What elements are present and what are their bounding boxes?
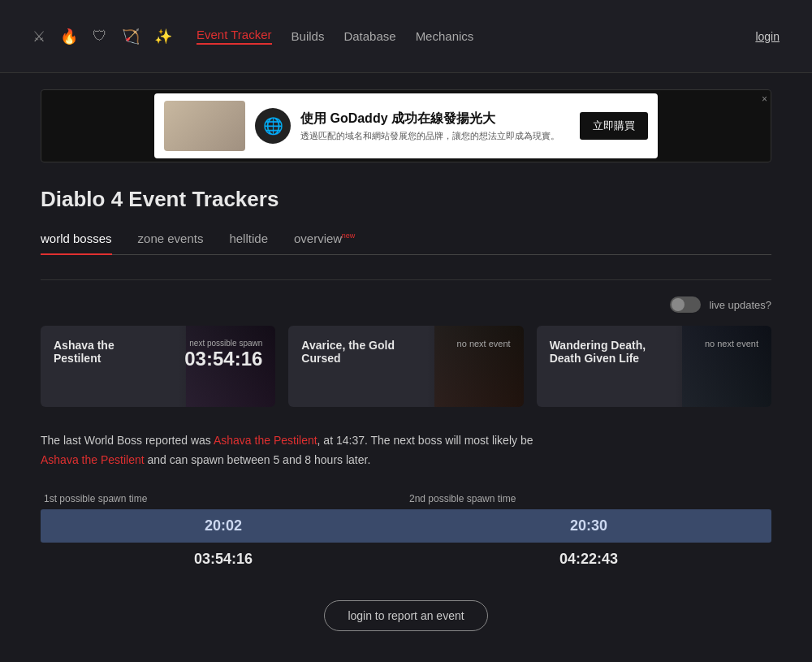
spawn-time-2: 20:30 — [406, 509, 771, 543]
boss-spawn-label-1: next possible spawn — [184, 339, 262, 348]
spawn-countdown-2: 04:22:43 — [406, 543, 771, 576]
nav-left: ⚔ 🔥 🛡 🏹 ✨ Event Tracker Builds Database … — [32, 28, 473, 45]
info-boss2: Ashava the Pestilent — [41, 453, 145, 466]
page-content: 🌐 使用 GoDaddy 成功在線發揚光大 透過匹配的域名和網站發展您的品牌，讓… — [16, 73, 796, 647]
boss-no-event-2: no next event — [457, 339, 511, 348]
boss-name-3: Wandering Death, Death Given Life — [550, 339, 655, 365]
tab-helltide[interactable]: helltide — [229, 231, 268, 254]
spawn-times-row: 20:02 20:30 — [41, 509, 771, 543]
top-navigation: ⚔ 🔥 🛡 🏹 ✨ Event Tracker Builds Database … — [0, 0, 812, 73]
spawn-table-header: 1st possible spawn time 2nd possible spa… — [41, 493, 771, 509]
toggle-knob — [672, 298, 685, 311]
event-tabs: world bosses zone events helltide overvi… — [41, 231, 771, 255]
spawn-table: 1st possible spawn time 2nd possible spa… — [41, 493, 771, 576]
nav-builds[interactable]: Builds — [292, 29, 325, 43]
tab-zone-events[interactable]: zone events — [138, 231, 204, 254]
boss-spawn-time-1: 03:54:16 — [184, 348, 262, 370]
ad-image — [164, 101, 245, 151]
spawn-time-col-1: 20:02 — [41, 509, 406, 543]
ad-banner: 🌐 使用 GoDaddy 成功在線發揚光大 透過匹配的域名和網站發展您的品牌，讓… — [41, 89, 771, 162]
boss-cards-container: Ashava the Pestilent next possible spawn… — [41, 326, 771, 407]
spawn-col-1-label: 1st possible spawn time — [41, 493, 406, 504]
nav-mechanics[interactable]: Mechanics — [416, 29, 474, 43]
class-icon-1[interactable]: ⚔ — [32, 28, 45, 45]
class-icons: ⚔ 🔥 🛡 🏹 ✨ — [32, 28, 172, 45]
spawn-countdown-col-1: 03:54:16 — [41, 543, 406, 576]
spawn-col-2-label: 2nd possible spawn time — [406, 493, 771, 504]
main-navigation: Event Tracker Builds Database Mechanics — [197, 28, 473, 45]
login-link[interactable]: login — [755, 29, 780, 44]
ad-button[interactable]: 立即購買 — [580, 112, 648, 140]
report-event-button[interactable]: login to report an event — [324, 600, 487, 631]
divider — [41, 279, 771, 280]
boss-card-ashava: Ashava the Pestilent next possible spawn… — [41, 326, 275, 407]
spawn-time-1: 20:02 — [41, 509, 406, 543]
tab-world-bosses[interactable]: world bosses — [41, 231, 112, 255]
page-title: Diablo 4 Event Trackers — [41, 187, 771, 212]
class-icon-2[interactable]: 🔥 — [60, 28, 78, 45]
boss-card-bg-3 — [674, 326, 771, 407]
spawn-col-1: 1st possible spawn time — [41, 493, 406, 509]
class-icon-3[interactable]: 🛡 — [93, 28, 107, 45]
spawn-countdown-col-2: 04:22:43 — [406, 543, 771, 576]
class-icon-4[interactable]: 🏹 — [122, 28, 140, 45]
boss-name-1: Ashava the Pestilent — [54, 339, 159, 365]
ad-inner: 🌐 使用 GoDaddy 成功在線發揚光大 透過匹配的域名和網站發展您的品牌，讓… — [154, 93, 658, 158]
tab-overview[interactable]: overview new — [294, 231, 342, 254]
spawn-time-col-2: 20:30 — [406, 509, 771, 543]
info-text: The last World Boss reported was Ashava … — [41, 431, 771, 470]
nav-event-tracker[interactable]: Event Tracker — [197, 28, 272, 45]
boss-card-avarice: Avarice, the Gold Cursed no next event — [288, 326, 523, 407]
ad-logo: 🌐 — [255, 108, 291, 144]
boss-name-2: Avarice, the Gold Cursed — [301, 339, 407, 365]
info-boss1: Ashava the Pestilent — [214, 434, 317, 447]
overview-badge: new — [342, 231, 356, 240]
nav-database[interactable]: Database — [343, 29, 395, 43]
ad-text: 使用 GoDaddy 成功在線發揚光大 透過匹配的域名和網站發展您的品牌，讓您的… — [300, 110, 570, 142]
live-updates-label: live updates? — [709, 299, 771, 311]
spawn-col-2: 2nd possible spawn time — [406, 493, 771, 509]
live-updates-toggle[interactable] — [670, 296, 701, 313]
report-section: login to report an event — [41, 600, 771, 631]
spawn-countdowns-row: 03:54:16 04:22:43 — [41, 543, 771, 576]
live-updates-bar: live updates? — [41, 296, 771, 313]
boss-no-event-3: no next event — [705, 339, 758, 348]
boss-card-bg-2 — [426, 326, 524, 407]
spawn-countdown-1: 03:54:16 — [41, 543, 406, 576]
boss-top-1: Ashava the Pestilent next possible spawn… — [54, 339, 262, 370]
ad-close-button[interactable]: × — [762, 93, 767, 105]
class-icon-5[interactable]: ✨ — [154, 28, 172, 45]
boss-card-wandering-death: Wandering Death, Death Given Life no nex… — [537, 326, 771, 407]
